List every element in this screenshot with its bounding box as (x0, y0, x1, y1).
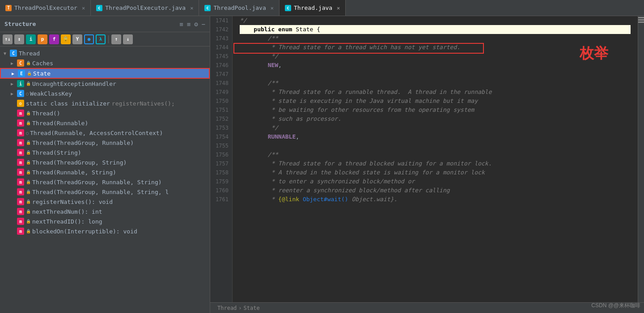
tree-item-6[interactable]: m🔒Thread() (0, 108, 210, 118)
line-num-1741: 1741 (210, 16, 232, 25)
tree-sublabel-5: registerNatives(); (112, 100, 175, 107)
tree-item-9[interactable]: m🔒Thread(ThreadGroup, Runnable) (0, 138, 210, 148)
node-icon-0: C (10, 50, 17, 57)
tab-close-threadpoolexecutor_java[interactable]: ✕ (190, 5, 193, 11)
filter-btn-2[interactable]: i (26, 34, 36, 44)
code-line-1761: * {@link Object#wait() Object.wait}. (240, 195, 631, 204)
line-num-1749: 1749 (210, 88, 232, 97)
line-num-1756: 1756 (210, 150, 232, 159)
collapse-all-icon[interactable]: ≡ (179, 21, 183, 28)
tree-item-4[interactable]: ▶C○WeakClassKey (0, 89, 210, 98)
structure-panel: Structure ≡ ≡ ⚙ − ↑↓↕ipf🔒Y●λ↑↓ ▼CThread▶… (0, 16, 210, 313)
tree-arrow-1[interactable]: ▶ (11, 61, 17, 66)
line-num-1743: 1743 (210, 34, 232, 43)
line-num-1750: 1750 (210, 97, 232, 106)
tab-thread_java[interactable]: c Thread.java ✕ (280, 0, 346, 16)
line-num-1742: 1742 (210, 25, 232, 34)
token: * be waiting for other resources from th… (240, 106, 474, 114)
code-content[interactable]: */ public enum State { /** * Thread stat… (233, 16, 638, 302)
tree-item-10[interactable]: m🔒Thread(String) (0, 148, 210, 157)
line-numbers: 1741174217431744174517461747174817491750… (210, 16, 233, 302)
filter-btn-8[interactable]: λ (96, 34, 106, 44)
line-num-1746: 1746 (210, 61, 232, 70)
token: , (296, 132, 299, 141)
code-line-1747 (240, 70, 631, 79)
token: * Thread state for a runnable thread. A … (240, 88, 492, 97)
tree-arrow-0[interactable]: ▼ (4, 51, 10, 56)
tree-arrow-3[interactable]: ▶ (11, 81, 17, 86)
structure-toolbar: ≡ ≡ ⚙ − (179, 21, 205, 28)
tree-arrow-2[interactable]: ▶ (12, 71, 18, 76)
tab-close-threadpoolexecutor[interactable]: ✕ (82, 5, 85, 11)
tree-item-17[interactable]: m🔒nextThreadID(): long (0, 216, 210, 226)
tab-close-threadpool_java[interactable]: ✕ (271, 5, 274, 11)
filter-btn-7[interactable]: ● (84, 34, 94, 44)
tree-item-3[interactable]: ▶i🔒UncaughtExceptionHandler (0, 79, 210, 89)
token: * to enter a synchronized block/method o… (240, 177, 415, 186)
node-icon-2: E (18, 70, 25, 77)
code-line-1755 (240, 141, 631, 150)
tree-label-18: blockedOn(Interruptible): void (32, 228, 137, 235)
tree-item-11[interactable]: m🔒Thread(ThreadGroup, String) (0, 157, 210, 167)
line-num-1757: 1757 (210, 159, 232, 168)
tree-item-8[interactable]: m○Thread(Runnable, AccessControlContext) (0, 128, 210, 138)
tree-arrow-4[interactable]: ▶ (11, 91, 17, 96)
node-icon-6: m (17, 110, 24, 117)
code-line-1749: * Thread state for a runnable thread. A … (240, 88, 631, 97)
close-panel-icon[interactable]: − (202, 21, 205, 28)
tree-item-5[interactable]: ⚙static class initializerregisterNatives… (0, 98, 210, 108)
node-icon-17: m (17, 218, 24, 225)
filter-btn-3[interactable]: p (38, 34, 47, 44)
tree-label-15: registerNatives(): void (32, 199, 113, 205)
filter-btn-1[interactable]: ↕ (14, 34, 24, 44)
tree-label-6: Thread() (32, 110, 60, 117)
token: /** (240, 150, 278, 159)
filter-btn-5[interactable]: 🔒 (61, 34, 71, 44)
token (240, 61, 268, 70)
node-badge-4: ○ (26, 91, 29, 96)
tab-close-thread_java[interactable]: ✕ (337, 5, 340, 11)
tree-item-1[interactable]: ▶C🔒Caches (0, 58, 210, 68)
code-line-1752: * such as processor. (240, 114, 631, 123)
structure-title: Structure (4, 21, 179, 27)
code-line-1753: */ (240, 123, 631, 132)
token: RUNNABLE (268, 132, 296, 141)
tree-item-14[interactable]: m🔒Thread(ThreadGroup, Runnable, String, … (0, 187, 210, 197)
filter-btn-arrow-1[interactable]: ↓ (123, 34, 133, 44)
code-line-1756: /** (240, 150, 631, 159)
tab-threadpool_java[interactable]: c ThreadPool.java ✕ (199, 0, 280, 16)
line-num-1745: 1745 (210, 52, 232, 61)
filter-btn-arrow-0[interactable]: ↑ (111, 34, 121, 44)
filter-btn-6[interactable]: Y (72, 34, 82, 44)
token: * Thread state for a thread blocked wait… (240, 159, 492, 168)
tree-item-16[interactable]: m🔒nextThreadNum(): int (0, 207, 210, 216)
code-line-1751: * be waiting for other resources from th… (240, 106, 631, 114)
expand-all-icon[interactable]: ≡ (187, 21, 191, 28)
node-badge-1: 🔒 (26, 61, 31, 65)
tree-item-2[interactable]: ▶E🔒State (0, 68, 210, 79)
tree-label-17: nextThreadID(): long (32, 218, 102, 225)
tab-icon-threadpoolexecutor: T (5, 5, 12, 11)
filter-btn-0[interactable]: ↑↓ (3, 34, 13, 44)
tree-item-0[interactable]: ▼CThread (0, 48, 210, 58)
tree-item-7[interactable]: m🔒Thread(Runnable) (0, 118, 210, 128)
node-badge-17: 🔒 (26, 219, 31, 224)
filter-btn-4[interactable]: f (49, 34, 59, 44)
tree-label-4: WeakClassKey (30, 90, 72, 97)
node-icon-4: C (17, 90, 24, 97)
tree-item-12[interactable]: m🔒Thread(Runnable, String) (0, 167, 210, 177)
scroll-strip[interactable] (638, 16, 644, 302)
token: . (394, 195, 397, 204)
line-num-1759: 1759 (210, 177, 232, 186)
tree-item-13[interactable]: m🔒Thread(ThreadGroup, Runnable, String) (0, 177, 210, 187)
tree-item-18[interactable]: m🔒blockedOn(Interruptible): void (0, 226, 210, 236)
node-badge-8: ○ (26, 131, 29, 135)
tree-label-10: Thread(String) (32, 149, 81, 156)
settings-icon[interactable]: ⚙ (194, 21, 198, 28)
tree-item-15[interactable]: m🔒registerNatives(): void (0, 197, 210, 207)
token: NEW (268, 61, 278, 70)
token (240, 25, 254, 34)
tree-label-9: Thread(ThreadGroup, Runnable) (32, 140, 134, 146)
tab-threadpoolexecutor[interactable]: T ThreadPoolExecutor ✕ (0, 0, 91, 16)
tab-threadpoolexecutor_java[interactable]: c ThreadPoolExecutor.java ✕ (91, 0, 199, 16)
